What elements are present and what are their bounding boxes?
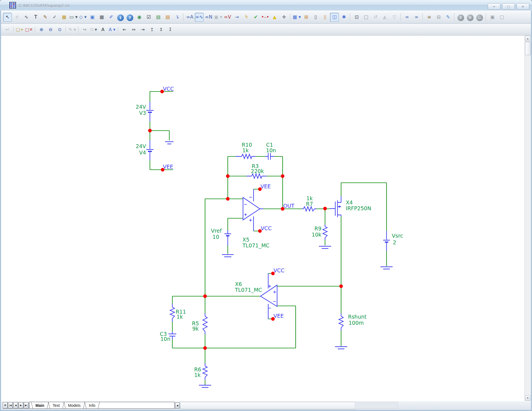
shapes-menu-button[interactable]: ▭ ▾: [69, 13, 78, 22]
browse-button[interactable]: ◉: [135, 13, 144, 22]
picture-button[interactable]: ▣: [88, 13, 97, 22]
net-label-vcc-x6: VCC: [273, 267, 285, 273]
zoom-out-button[interactable]: ⊖: [46, 26, 55, 34]
export-button[interactable]: ↴: [173, 13, 181, 22]
text-mode-button[interactable]: T: [31, 13, 40, 22]
v3-ref-label: V3: [139, 110, 146, 116]
scroll-down-button[interactable]: ▼: [525, 395, 530, 401]
show-conditions-button[interactable]: ✔: [251, 13, 260, 22]
wire-mode-button[interactable]: ∿: [22, 13, 31, 22]
page-scroll-button[interactable]: ↪: [80, 26, 89, 34]
zoom-100-button[interactable]: ⊙: [55, 26, 64, 34]
attribute-pencil-button[interactable]: ✐: [107, 13, 116, 22]
tab-info[interactable]: Info: [85, 402, 99, 409]
vsrc-value-label: 2: [393, 239, 396, 245]
next-page-button[interactable]: ▶: [19, 402, 23, 409]
component-labels[interactable]: 24V V3 24V V4 R10 1k C1 10n R3 220k Vref…: [136, 104, 403, 378]
region-box-button[interactable]: □: [362, 13, 370, 22]
draw-menu-button: ✎ ▾: [68, 26, 76, 34]
add-page-button[interactable]: ▢+: [16, 26, 24, 34]
checklist-button[interactable]: ▤: [154, 13, 163, 22]
page-view-button[interactable]: ▯: [311, 13, 320, 22]
component-panel-button[interactable]: ⊞: [302, 13, 311, 22]
horizontal-scrollbar-track[interactable]: [355, 402, 398, 409]
first-page-button[interactable]: |◀: [8, 402, 13, 409]
split-window-button[interactable]: ◫: [330, 13, 339, 22]
find-button[interactable]: ∞: [412, 13, 421, 22]
r7-ref-label: R7: [306, 201, 313, 207]
r6-ref-label: R6: [194, 366, 201, 372]
last-page-button[interactable]: ▶|: [24, 402, 29, 409]
select-tool-button[interactable]: ↖: [3, 13, 12, 22]
more-options-button[interactable]: …: [476, 14, 483, 21]
align-right-button[interactable]: ⇥: [139, 26, 147, 34]
enable-check-button[interactable]: ☑: [144, 13, 153, 22]
close-button[interactable]: ✕: [516, 3, 529, 10]
text-page-button[interactable]: ▯: [321, 13, 329, 22]
line-mode-button[interactable]: ✎: [41, 13, 50, 22]
font-button[interactable]: A: [99, 26, 107, 34]
component-array-button[interactable]: ▦: [97, 13, 106, 22]
delete-page-button[interactable]: ▢✕: [25, 26, 33, 34]
schematic-canvas[interactable]: − + − + + + − − 24V V3 24V V4 R10 1k C1 …: [1, 35, 525, 401]
copy-picture-menu-button: ▣ ▾: [214, 13, 222, 22]
show-node-voltages-button[interactable]: ∞V: [223, 13, 232, 22]
bus-button[interactable]: ▦: [60, 13, 68, 22]
align-left-button[interactable]: ⇤: [120, 26, 129, 34]
pan-tool-button[interactable]: ☝: [12, 13, 21, 22]
find-component-button[interactable]: ◇ ▾: [78, 13, 87, 22]
font-style-menu-button[interactable]: A ▾: [108, 26, 116, 34]
show-power-button[interactable]: ϟ: [242, 13, 251, 22]
show-currents-button[interactable]: →: [232, 13, 241, 22]
show-grid-text-button[interactable]: ∞∿: [195, 13, 204, 22]
select-box-button[interactable]: ⊡: [352, 13, 361, 22]
opamp-signs: − + − + + + − −: [244, 195, 277, 311]
align-center-button[interactable]: ↔: [129, 26, 138, 34]
toolbar-separator: [290, 13, 291, 21]
vertical-scrollbar-thumb[interactable]: [525, 42, 531, 55]
bring-to-front-button[interactable]: ▣: [488, 13, 497, 22]
show-warnings-button[interactable]: ▲: [270, 13, 279, 22]
stop-warning-button[interactable]: !: [457, 14, 464, 21]
align-top-button[interactable]: ↥: [148, 26, 156, 34]
vref-ref-label: Vref: [211, 228, 222, 234]
grid-menu-button[interactable]: ▦ ▾: [292, 13, 301, 22]
flag-mode-button[interactable]: ✓: [50, 13, 59, 22]
net-label-vcc-x5: VCC: [261, 225, 272, 231]
stop-close-button[interactable]: ✕: [467, 14, 474, 21]
net-label-out: OUT: [283, 203, 295, 209]
grid-snap-menu-button[interactable]: ∷ ▾: [89, 26, 98, 34]
scroll-up-button[interactable]: ▲: [525, 36, 530, 41]
x6-ref-label: X6: [235, 281, 242, 287]
cross-hair-button[interactable]: ✛: [280, 13, 288, 22]
toolbar-separator: [486, 13, 486, 21]
v4-value-label: 24V: [136, 143, 146, 149]
tab-models[interactable]: Models: [64, 402, 85, 409]
restore-button[interactable]: ▢: [502, 3, 515, 10]
redraw-button[interactable]: ✱: [339, 13, 348, 22]
show-attribute-text-button[interactable]: ∞A: [185, 13, 194, 22]
scroll-left-button[interactable]: ◀: [175, 402, 180, 409]
align-bottom-button[interactable]: ↧: [166, 26, 175, 34]
list-button[interactable]: ▤: [163, 13, 172, 22]
minimize-button[interactable]: ━: [488, 3, 500, 10]
show-node-numbers-button[interactable]: ∞N: [204, 13, 213, 22]
send-to-back-button[interactable]: ▢: [497, 13, 506, 22]
tab-main[interactable]: Main: [31, 402, 48, 409]
info-button[interactable]: i: [117, 14, 124, 21]
vertical-scrollbar[interactable]: ▲ ▼: [525, 35, 531, 401]
edit-page-button[interactable]: ✎: [444, 13, 452, 22]
net-labels[interactable]: VCC VEE VEE VCC OUT VCC VEE: [163, 86, 295, 319]
compare-button[interactable]: ⊟: [434, 13, 443, 22]
tab-text[interactable]: Text: [48, 402, 64, 409]
wires[interactable]: [150, 92, 387, 385]
zoom-in-button[interactable]: ⊕: [37, 26, 46, 34]
notes-button[interactable]: ≡: [425, 13, 434, 22]
tab-list-button[interactable]: ▼: [3, 402, 7, 409]
align-middle-button[interactable]: ↕: [157, 26, 165, 34]
prev-page-button[interactable]: ◀: [13, 402, 18, 409]
show-pin-connections-button[interactable]: •–•: [261, 13, 270, 22]
horizontal-scrollbar-thumb[interactable]: [180, 402, 355, 409]
find-in-files-button[interactable]: ∞: [403, 13, 411, 22]
help-button[interactable]: ?: [127, 14, 133, 21]
